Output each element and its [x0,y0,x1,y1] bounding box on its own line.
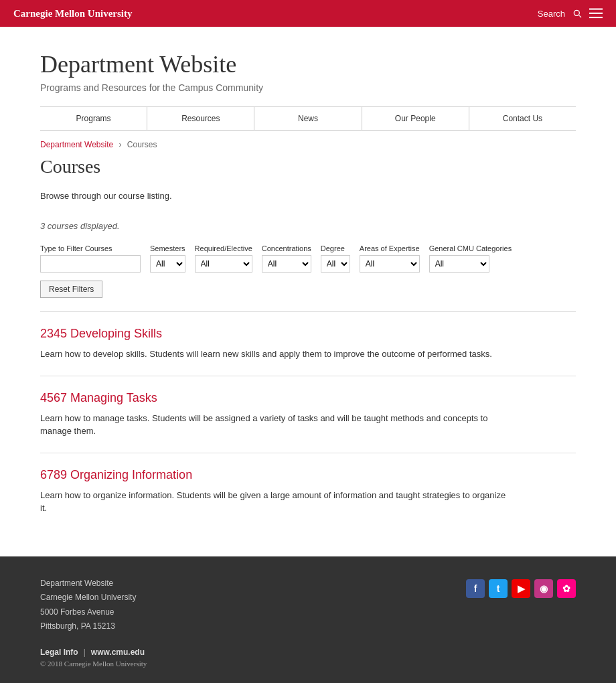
filter-degree-select[interactable]: All [321,255,350,273]
dept-title: Department Website [40,50,576,78]
breadcrumb-separator: › [119,140,122,149]
footer-copyright: © 2018 Carnegie Mellon University [40,660,576,668]
main-content: Department Website Programs and Resource… [0,27,616,556]
main-nav: Programs Resources News Our People Conta… [40,106,576,131]
search-icon[interactable] [572,8,583,19]
course-card-2: 6789 Organizing Information Learn how to… [40,453,576,530]
site-footer: Department Website Carnegie Mellon Unive… [0,556,616,684]
footer-bottom: Legal Info | www.cmu.edu [40,648,576,657]
filter-semesters-label: Semesters [150,244,185,252]
dept-subtitle: Programs and Resources for the Campus Co… [40,82,576,93]
social-facebook-icon[interactable]: f [466,579,485,598]
svg-rect-0 [589,9,603,10]
filter-group-expertise: Areas of Expertise All [360,244,420,273]
filter-group-required: Required/Elective All [195,244,252,273]
footer-address-line-0: Department Website [40,577,136,591]
breadcrumb-home[interactable]: Department Website [40,140,113,149]
course-desc-0: Learn how to develop skills. Students wi… [40,348,509,361]
filter-degree-label: Degree [321,244,350,252]
filter-required-label: Required/Elective [195,244,252,252]
filter-section: Type to Filter Courses Semesters All Req… [40,244,576,298]
site-header: Carnegie Mellon University Search [0,0,616,27]
legal-info-link[interactable]: Legal Info [40,648,78,657]
filter-row: Type to Filter Courses Semesters All Req… [40,244,576,273]
courses-list: 2345 Developing Skills Learn how to deve… [40,311,576,530]
courses-count: 3 courses displayed. [40,221,576,231]
filter-group-semesters: Semesters All [150,244,185,273]
filter-type-label: Type to Filter Courses [40,244,141,252]
footer-separator: | [84,648,86,657]
filter-group-general: General CMU Categories All [429,244,512,273]
footer-social: f t ▶ ◉ ✿ [466,579,576,634]
nav-item-news[interactable]: News [254,107,362,130]
filter-concentrations-select[interactable]: All [262,255,311,273]
breadcrumb: Department Website › Courses [40,140,576,149]
social-youtube-icon[interactable]: ▶ [512,579,530,598]
filter-general-label: General CMU Categories [429,244,512,252]
nav-item-contact[interactable]: Contact Us [469,107,576,130]
breadcrumb-current: Courses [127,140,157,149]
course-title-0[interactable]: 2345 Developing Skills [40,327,576,341]
footer-address: Department Website Carnegie Mellon Unive… [40,577,136,634]
filter-group-type: Type to Filter Courses [40,244,141,273]
course-card-1: 4567 Managing Tasks Learn how to manage … [40,376,576,453]
course-desc-1: Learn how to manage tasks. Students will… [40,412,509,438]
filter-general-select[interactable]: All [429,255,489,273]
course-card-0: 2345 Developing Skills Learn how to deve… [40,311,576,376]
filter-group-degree: Degree All [321,244,350,273]
filter-type-input[interactable] [40,255,141,273]
svg-rect-2 [589,17,603,18]
filter-concentrations-label: Concentrations [262,244,311,252]
social-instagram-icon[interactable]: ◉ [534,579,553,598]
footer-address-line-1: Carnegie Mellon University [40,591,136,605]
website-link[interactable]: www.cmu.edu [91,648,145,657]
filter-expertise-select[interactable]: All [360,255,420,273]
footer-address-line-3: Pittsburgh, PA 15213 [40,619,136,634]
social-twitter-icon[interactable]: t [489,579,508,598]
header-right: Search [538,8,603,19]
filter-semesters-select[interactable]: All [150,255,185,273]
social-flickr-icon[interactable]: ✿ [557,579,576,598]
nav-item-resources[interactable]: Resources [147,107,254,130]
browse-text: Browse through our course listing. [40,191,576,201]
nav-item-programs[interactable]: Programs [40,107,147,130]
course-title-1[interactable]: 4567 Managing Tasks [40,391,576,405]
page-heading: Courses [40,156,576,177]
nav-item-our-people[interactable]: Our People [362,107,469,130]
menu-icon[interactable] [589,8,603,19]
footer-top: Department Website Carnegie Mellon Unive… [40,577,576,634]
course-title-2[interactable]: 6789 Organizing Information [40,468,576,482]
footer-address-line-2: 5000 Forbes Avenue [40,605,136,620]
svg-rect-1 [589,13,603,14]
filter-group-concentrations: Concentrations All [262,244,311,273]
search-label: Search [538,9,565,19]
course-desc-2: Learn how to organize information. Stude… [40,489,509,515]
site-title: Carnegie Mellon University [13,8,132,19]
reset-filters-button[interactable]: Reset Filters [40,281,102,298]
filter-expertise-label: Areas of Expertise [360,244,420,252]
filter-required-select[interactable]: All [195,255,252,273]
